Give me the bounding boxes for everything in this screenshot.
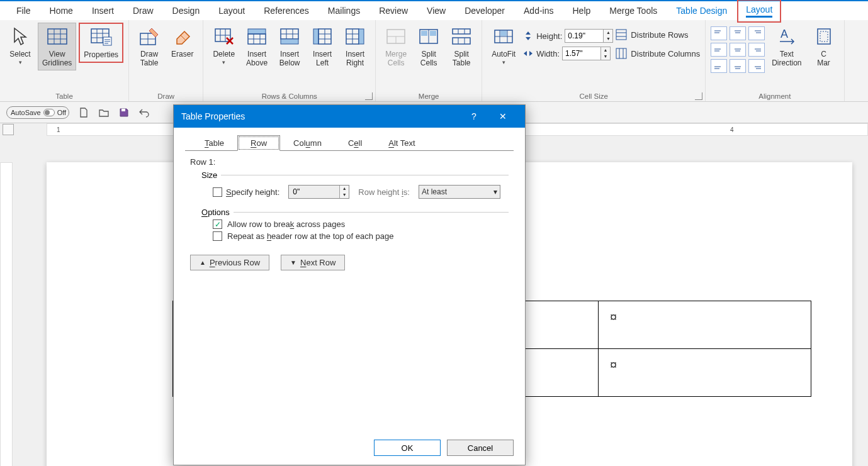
align-bot-right[interactable] xyxy=(748,59,765,73)
dialog-footer: OK Cancel xyxy=(374,440,514,456)
align-bot-left[interactable] xyxy=(711,59,727,73)
tab-selector[interactable] xyxy=(3,124,14,135)
delete-button[interactable]: Delete ▾ xyxy=(208,23,239,69)
align-bot-center[interactable] xyxy=(730,59,746,73)
svg-text:A: A xyxy=(781,28,788,40)
ok-button[interactable]: OK xyxy=(374,440,441,456)
cancel-button[interactable]: Cancel xyxy=(447,440,514,456)
svg-rect-60 xyxy=(616,30,626,40)
distribute-rows-button[interactable]: Distribute Rows xyxy=(616,29,700,40)
align-top-right[interactable] xyxy=(748,26,765,40)
insert-right-button[interactable]: Insert Right xyxy=(340,23,370,70)
allow-break-checkbox[interactable]: ✓ xyxy=(213,219,222,229)
chevron-down-icon: ▾ xyxy=(493,187,497,196)
draw-table-button[interactable]: Draw Table xyxy=(134,23,164,70)
tab-view[interactable]: View xyxy=(418,1,454,21)
tab-help[interactable]: Help xyxy=(564,1,600,21)
save-icon[interactable] xyxy=(118,107,130,118)
split-cells-button[interactable]: Split Cells xyxy=(414,23,444,70)
dialog-close-button[interactable]: ✕ xyxy=(488,105,517,128)
split-table-button[interactable]: Split Table xyxy=(446,23,476,70)
select-label: Select xyxy=(9,50,30,58)
previous-row-button[interactable]: ▲Previous Row xyxy=(190,255,269,270)
align-mid-center[interactable] xyxy=(730,43,746,57)
tab-design[interactable]: Design xyxy=(164,1,209,21)
height-value-up[interactable]: ▲ xyxy=(340,186,349,192)
dialog-tab-table[interactable]: Table xyxy=(191,135,237,151)
tab-merge-tools[interactable]: Merge Tools xyxy=(600,1,666,21)
height-label: Height: xyxy=(536,31,562,41)
dialog-tab-row[interactable]: Row xyxy=(237,135,280,151)
tab-addins[interactable]: Add-ins xyxy=(515,1,562,21)
align-mid-left[interactable] xyxy=(711,43,727,57)
autofit-button[interactable]: AutoFit ▾ xyxy=(487,23,520,69)
tab-references[interactable]: References xyxy=(255,1,318,21)
open-icon[interactable] xyxy=(98,107,110,118)
insert-above-button[interactable]: Insert Above xyxy=(242,23,272,70)
select-button[interactable]: Select ▾ xyxy=(5,23,35,69)
dialog-titlebar[interactable]: Table Properties ? ✕ xyxy=(174,105,525,128)
tab-file[interactable]: File xyxy=(8,1,40,21)
dialog-tab-alttext[interactable]: Alt Text xyxy=(375,135,428,151)
tab-layout[interactable]: Layout xyxy=(210,1,254,21)
tab-mailings[interactable]: Mailings xyxy=(319,1,369,21)
distribute-columns-button[interactable]: Distribute Columns xyxy=(616,48,700,59)
tab-table-design[interactable]: Table Design xyxy=(667,1,736,21)
eraser-button[interactable]: Eraser xyxy=(167,23,198,62)
width-spinner[interactable]: ▲▼ xyxy=(562,47,611,60)
vertical-ruler xyxy=(0,162,13,466)
height-spinner[interactable]: ▲▼ xyxy=(565,29,613,43)
group-table-label: Table xyxy=(5,92,123,100)
repeat-header-checkbox[interactable] xyxy=(213,231,222,241)
properties-icon xyxy=(91,26,112,48)
dialog-tab-column[interactable]: Column xyxy=(280,135,335,151)
table-cell[interactable]: ¤ xyxy=(599,301,811,349)
group-merge-label: Merge xyxy=(381,92,476,100)
height-value-down[interactable]: ▼ xyxy=(340,192,349,198)
split-cells-icon xyxy=(418,26,439,47)
align-top-left[interactable] xyxy=(711,26,727,40)
height-value-spinner[interactable]: ▲▼ xyxy=(288,185,349,199)
width-down[interactable]: ▼ xyxy=(601,53,610,60)
ribbon-tabs: File Home Insert Draw Design Layout Refe… xyxy=(0,0,868,20)
insert-left-button[interactable]: Insert Left xyxy=(307,23,337,70)
tab-developer[interactable]: Developer xyxy=(456,1,514,21)
cell-size-launcher[interactable] xyxy=(695,92,702,100)
dialog-tab-cell[interactable]: Cell xyxy=(335,135,375,151)
specify-height-checkbox[interactable] xyxy=(213,187,222,197)
height-input[interactable] xyxy=(565,30,603,42)
height-value-input[interactable] xyxy=(289,186,339,198)
text-direction-button[interactable]: A Text Direction xyxy=(767,23,806,70)
width-label: Width: xyxy=(536,49,560,58)
tab-draw[interactable]: Draw xyxy=(124,1,162,21)
undo-icon[interactable] xyxy=(138,107,150,118)
row-height-select[interactable]: At least ▾ xyxy=(419,185,500,199)
insert-left-icon xyxy=(312,26,333,47)
width-up[interactable]: ▲ xyxy=(601,47,610,53)
align-top-center[interactable] xyxy=(730,26,746,40)
tab-home[interactable]: Home xyxy=(41,1,82,21)
tab-table-layout[interactable]: Layout xyxy=(737,0,781,23)
properties-button[interactable]: Properties xyxy=(79,23,123,63)
svg-rect-48 xyxy=(430,31,436,36)
tab-insert[interactable]: Insert xyxy=(83,1,123,21)
table-cell[interactable]: ¤ xyxy=(599,349,811,397)
dialog-help-button[interactable]: ? xyxy=(459,105,488,128)
split-table-label: Split Table xyxy=(453,50,471,67)
align-mid-right[interactable] xyxy=(748,43,765,57)
autosave-toggle[interactable]: AutoSave Off xyxy=(6,106,69,119)
width-input[interactable] xyxy=(563,48,600,59)
insert-below-button[interactable]: Insert Below xyxy=(274,23,305,70)
new-file-icon[interactable] xyxy=(78,107,89,118)
height-up[interactable]: ▲ xyxy=(604,30,612,36)
distribute-cols-label: Distribute Columns xyxy=(631,49,700,58)
chevron-down-icon: ▾ xyxy=(19,59,22,65)
tab-review[interactable]: Review xyxy=(370,1,417,21)
cell-margins-button[interactable]: C Mar xyxy=(809,23,839,70)
triangle-down-icon: ▼ xyxy=(290,259,296,266)
width-row: Width: ▲▼ xyxy=(522,47,613,60)
view-gridlines-button[interactable]: View Gridlines xyxy=(38,23,76,70)
rows-cols-launcher[interactable] xyxy=(365,92,373,100)
next-row-button[interactable]: ▼Next Row xyxy=(281,255,345,270)
height-down[interactable]: ▼ xyxy=(604,36,612,42)
